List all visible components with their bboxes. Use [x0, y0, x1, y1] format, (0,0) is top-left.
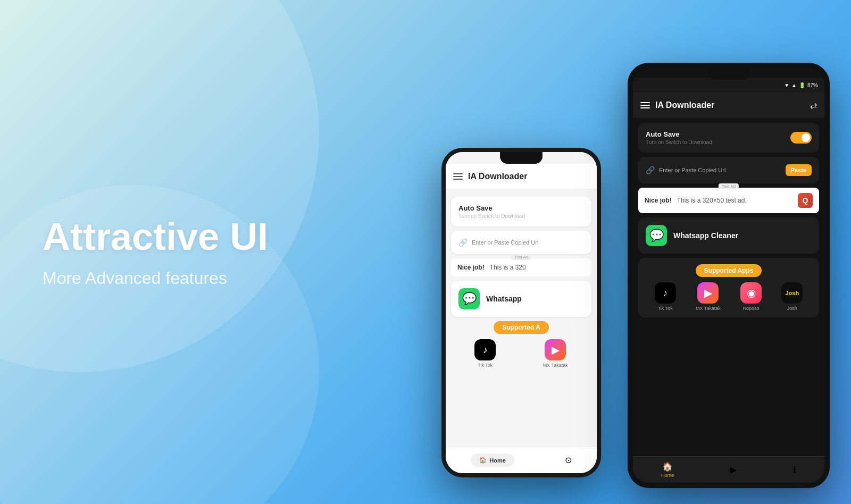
nav-extra-back[interactable]: ⊙ — [565, 455, 572, 465]
mx-label-back: MX Takatak — [543, 363, 568, 368]
auto-save-title-back: Auto Save — [458, 204, 525, 212]
list-item: ▶ MX Takatak — [696, 282, 721, 311]
tiktok-label-back: Tik Tok — [478, 363, 493, 368]
app-bar-back: IA Downloader — [446, 164, 597, 189]
wifi-icon: ▼ — [784, 82, 789, 88]
ad-text-back: This is a 320 — [490, 264, 585, 271]
wa-text-front: Whatsapp Cleaner — [673, 231, 738, 240]
mx-label-front: MX Takatak — [696, 306, 721, 311]
url-card-front: 🔗 Enter or Paste Copied Url Paste — [638, 157, 819, 183]
mx-icon-front: ▶ — [697, 282, 719, 304]
ad-nice-front: Nice job! — [645, 197, 672, 204]
nav-video-front[interactable]: ▶ — [730, 465, 737, 475]
app-icons-front: ♪ Tik Tok ▶ MX Takatak ◉ Roposo Josh — [645, 282, 813, 311]
ad-banner-front: Test Ad Nice job! This is a 320×50 test … — [638, 188, 819, 213]
ad-banner-back: Test Ad Nice job! This is a 320 — [451, 258, 591, 276]
signal-icon: ▲ — [791, 82, 797, 88]
ad-brand-icon: Q — [798, 193, 813, 208]
ad-text-front: This is a 320×50 test ad. — [677, 197, 792, 204]
list-item: ▶ MX Takatak — [543, 339, 568, 368]
list-item: Josh Josh — [781, 282, 803, 311]
ad-nice-back: Nice job! — [457, 264, 485, 271]
status-bar-front: ▼ ▲ 🔋 87% — [633, 78, 824, 93]
status-icons: ▼ ▲ 🔋 87% — [784, 82, 818, 88]
josh-label-front: Josh — [787, 306, 797, 311]
home-label-back: Home — [489, 457, 506, 464]
supported-label-back: Supported A — [494, 321, 549, 334]
hamburger-back[interactable] — [453, 173, 463, 180]
nav-info-front[interactable]: ℹ — [793, 465, 796, 475]
phone-notch-back — [500, 152, 543, 164]
home-label-front: Home — [661, 473, 674, 478]
roposo-label-front: Roposo — [743, 306, 760, 311]
url-card-back: 🔗 Enter or Paste Copied Url — [451, 231, 591, 254]
headline: Attractive UI — [43, 216, 268, 258]
subline: More Advanced features — [43, 268, 268, 288]
phone-content-back: Auto Save Turn on Switch to Download 🔗 E… — [446, 192, 597, 447]
app-title-back: IA Downloader — [468, 172, 589, 181]
phone-screen-front: ▼ ▲ 🔋 87% IA Downloader ⇄ — [633, 68, 824, 483]
list-item: ♪ Tik Tok — [655, 282, 676, 311]
supported-label-front: Supported Apps — [696, 264, 762, 277]
phones-container: IA Downloader Auto Save Turn on Switch t… — [415, 11, 830, 493]
auto-save-subtitle-back: Turn on Switch to Download — [458, 213, 525, 219]
hamburger-front[interactable] — [640, 102, 650, 108]
phone-front: ▼ ▲ 🔋 87% IA Downloader ⇄ — [628, 63, 830, 488]
josh-icon-front: Josh — [781, 282, 803, 304]
supported-section-front: Supported Apps ♪ Tik Tok ▶ MX Takatak ◉ — [638, 258, 819, 317]
app-bar-front: IA Downloader ⇄ — [633, 93, 824, 118]
nav-icon-back: ⊙ — [565, 455, 572, 465]
home-icon-front: 🏠 — [662, 461, 673, 472]
nav-home-back[interactable]: 🏠 Home — [471, 453, 514, 467]
bottom-nav-back: 🏠 Home ⊙ — [446, 447, 597, 473]
tiktok-icon-back: ♪ — [474, 339, 496, 360]
phone-content-front: Auto Save Turn on Switch to Download 🔗 E… — [633, 119, 824, 456]
bottom-nav-front: 🏠 Home ▶ ℹ — [633, 456, 824, 483]
translate-icon[interactable]: ⇄ — [810, 100, 817, 111]
wa-card-front: 💬 Whatsapp Cleaner — [638, 217, 819, 254]
video-icon-front: ▶ — [730, 465, 737, 475]
paste-button[interactable]: Paste — [786, 164, 812, 176]
phone-screen-back: IA Downloader Auto Save Turn on Switch t… — [446, 152, 597, 473]
list-item: ♪ Tik Tok — [474, 339, 496, 368]
home-btn-back: 🏠 Home — [471, 453, 514, 467]
auto-save-toggle[interactable] — [790, 132, 812, 144]
battery-icon: 🔋 — [799, 82, 805, 88]
left-content: Attractive UI More Advanced features — [43, 216, 268, 288]
auto-save-card-front: Auto Save Turn on Switch to Download — [638, 123, 819, 153]
mx-icon-back: ▶ — [545, 339, 566, 360]
home-icon-back: 🏠 — [479, 457, 487, 464]
ad-label-back: Test Ad — [511, 254, 531, 260]
list-item: ◉ Roposo — [740, 282, 762, 311]
wa-icon-front: 💬 — [646, 225, 667, 246]
phone-back: IA Downloader Auto Save Turn on Switch t… — [441, 148, 601, 477]
app-icons-back: ♪ Tik Tok ▶ MX Takatak — [451, 339, 591, 368]
nav-home-front[interactable]: 🏠 Home — [661, 461, 674, 478]
supported-section-back: Supported A ♪ Tik Tok ▶ MX Takatak — [451, 321, 591, 368]
ad-label-front: Test Ad — [719, 183, 739, 189]
auto-save-card-back: Auto Save Turn on Switch to Download — [451, 197, 591, 226]
auto-save-subtitle-front: Turn on Switch to Download — [646, 139, 712, 145]
link-icon-front: 🔗 — [646, 166, 655, 174]
battery-percent: 87% — [807, 82, 818, 88]
url-text-front: Enter or Paste Copied Url — [659, 167, 781, 173]
auto-save-title-front: Auto Save — [646, 130, 712, 138]
wa-card-back: 💬 Whatsapp — [451, 281, 591, 317]
tiktok-icon-front: ♪ — [655, 282, 676, 304]
wa-icon-back: 💬 — [458, 288, 480, 309]
phone-notch-front — [707, 68, 750, 80]
tiktok-label-front: Tik Tok — [658, 306, 673, 311]
link-icon-back: 🔗 — [458, 238, 468, 247]
info-icon-front: ℹ — [793, 465, 796, 475]
url-text-back: Enter or Paste Copied Url — [472, 239, 584, 246]
app-title-front: IA Downloader — [655, 100, 805, 110]
roposo-icon-front: ◉ — [740, 282, 762, 304]
wa-text-back: Whatsapp — [486, 295, 522, 303]
